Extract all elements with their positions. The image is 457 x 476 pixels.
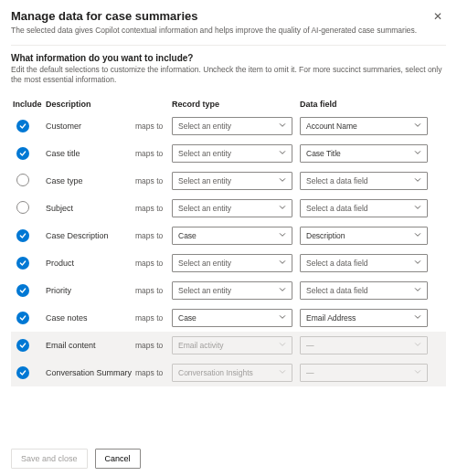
include-checkbox[interactable] [16, 366, 29, 379]
include-checkbox[interactable] [16, 120, 29, 132]
section-question: What information do you want to include? [11, 53, 446, 63]
record-type-value: Conversation Insights [178, 368, 253, 377]
chevron-down-icon [279, 231, 286, 240]
data-field-select[interactable]: Select a data field [300, 281, 428, 300]
record-type-select[interactable]: Select an entity [172, 281, 292, 300]
chevron-down-icon [414, 176, 421, 185]
data-field-select[interactable]: Email Address [300, 309, 428, 327]
include-checkbox[interactable] [16, 284, 29, 297]
record-type-select[interactable]: Case [172, 227, 292, 245]
row-description: Email content [46, 341, 96, 350]
data-field-select[interactable]: Description [300, 227, 428, 245]
row-description: Conversation Summary [46, 368, 132, 377]
maps-to-label: maps to [135, 286, 172, 295]
record-type-select[interactable]: Select an entity [172, 144, 292, 163]
record-type-select: Conversation Insights [172, 364, 292, 382]
include-checkbox[interactable] [16, 201, 29, 214]
include-checkbox[interactable] [16, 339, 29, 352]
chevron-down-icon [414, 149, 421, 158]
data-field-value: Description [306, 231, 345, 240]
record-type-value: Select an entity [178, 176, 231, 185]
chevron-down-icon [414, 259, 421, 268]
chevron-down-icon [414, 204, 421, 213]
data-field-select[interactable]: Select a data field [300, 199, 428, 217]
record-type-value: Select an entity [178, 204, 231, 213]
save-button[interactable]: Save and close [11, 449, 88, 469]
row-description: Subject [46, 204, 73, 213]
record-type-value: Select an entity [178, 149, 231, 158]
maps-to-label: maps to [135, 204, 172, 213]
footer: Save and close Cancel [0, 441, 457, 476]
include-checkbox[interactable] [16, 174, 29, 186]
include-checkbox[interactable] [16, 257, 29, 270]
data-field-select[interactable]: Case Title [300, 144, 428, 163]
record-type-select: Email activity [172, 336, 292, 354]
chevron-down-icon [279, 368, 286, 377]
table-row: Case notesmaps toCaseEmail Address [11, 304, 446, 332]
table-row: Productmaps toSelect an entitySelect a d… [11, 249, 446, 277]
row-description: Product [46, 259, 74, 268]
chevron-down-icon [414, 122, 421, 131]
table-row: Case typemaps toSelect an entitySelect a… [11, 167, 446, 195]
row-description: Priority [46, 286, 71, 295]
chevron-down-icon [414, 231, 421, 240]
include-checkbox[interactable] [16, 229, 29, 242]
chevron-down-icon [279, 259, 286, 268]
chevron-down-icon [279, 149, 286, 158]
row-description: Case title [46, 149, 80, 158]
table-row: Prioritymaps toSelect an entitySelect a … [11, 277, 446, 304]
table-row: Subjectmaps toSelect an entitySelect a d… [11, 195, 446, 222]
data-field-value: Case Title [306, 149, 341, 158]
record-type-select[interactable]: Select an entity [172, 117, 292, 135]
data-field-select[interactable]: Select a data field [300, 172, 428, 190]
maps-to-label: maps to [135, 368, 172, 377]
data-field-select: — [300, 336, 428, 354]
chevron-down-icon [279, 286, 286, 295]
row-description: Case Description [46, 231, 109, 240]
record-type-select[interactable]: Select an entity [172, 172, 292, 190]
settings-table: Include Description Record type Data fie… [11, 96, 446, 386]
data-field-value: Select a data field [306, 286, 368, 295]
cancel-button[interactable]: Cancel [95, 449, 141, 469]
record-type-select[interactable]: Select an entity [172, 199, 292, 217]
data-field-value: — [306, 341, 314, 350]
maps-to-label: maps to [135, 231, 172, 240]
close-button[interactable]: ✕ [430, 9, 446, 24]
table-row: Case Descriptionmaps toCaseDescription [11, 222, 446, 249]
data-field-value: Select a data field [306, 176, 368, 185]
chevron-down-icon [414, 341, 421, 350]
record-type-select[interactable]: Select an entity [172, 254, 292, 272]
data-field-select[interactable]: Select a data field [300, 254, 428, 272]
table-row: Conversation Summarymaps toConversation … [11, 359, 446, 386]
record-type-value: Case [178, 313, 197, 323]
record-type-value: Email activity [178, 341, 224, 350]
maps-to-label: maps to [135, 122, 172, 131]
record-type-select[interactable]: Case [172, 309, 292, 327]
row-description: Case type [46, 176, 83, 185]
divider [11, 45, 446, 46]
data-field-select: — [300, 364, 428, 382]
col-header-data-field: Data field [300, 100, 428, 109]
data-field-select[interactable]: Account Name [300, 117, 428, 135]
section-help: Edit the default selections to customize… [11, 65, 446, 85]
page-title: Manage data for case summaries [11, 9, 197, 23]
table-row: Case titlemaps toSelect an entityCase Ti… [11, 140, 446, 167]
table-row: Customermaps toSelect an entityAccount N… [11, 112, 446, 140]
row-description: Case notes [46, 313, 88, 323]
chevron-down-icon [279, 176, 286, 185]
table-row: Email contentmaps toEmail activity— [11, 332, 446, 359]
record-type-value: Select an entity [178, 259, 231, 268]
data-field-value: Select a data field [306, 259, 368, 268]
data-field-value: Select a data field [306, 204, 368, 213]
chevron-down-icon [414, 313, 421, 323]
record-type-value: Select an entity [178, 286, 231, 295]
col-header-record-type: Record type [172, 100, 300, 109]
maps-to-label: maps to [135, 341, 172, 350]
include-checkbox[interactable] [16, 147, 29, 160]
chevron-down-icon [279, 204, 286, 213]
chevron-down-icon [279, 313, 286, 323]
chevron-down-icon [279, 122, 286, 131]
maps-to-label: maps to [135, 313, 172, 323]
include-checkbox[interactable] [16, 312, 29, 324]
page-subtitle: The selected data gives Copilot contextu… [11, 26, 446, 36]
